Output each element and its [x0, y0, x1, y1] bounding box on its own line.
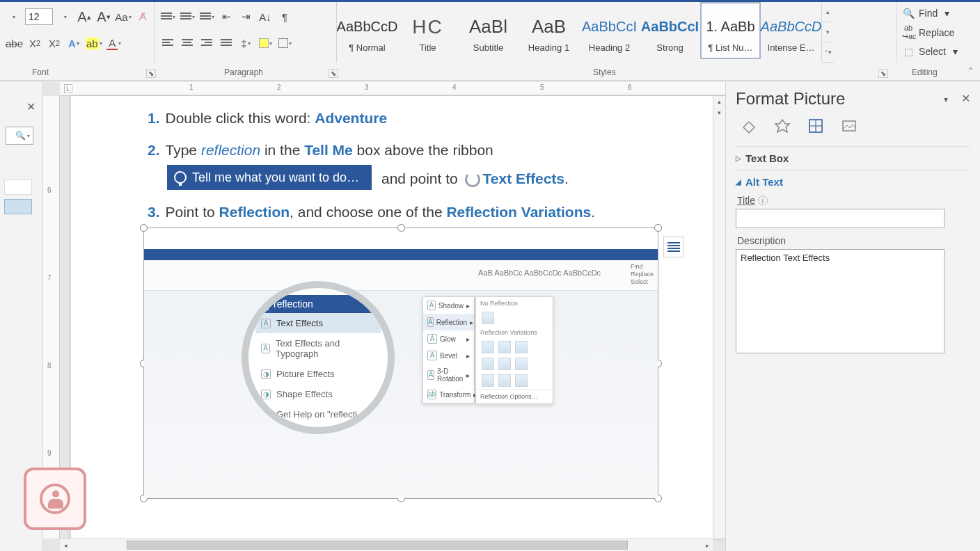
info-icon[interactable]: i	[758, 195, 768, 205]
style-item-2[interactable]: AaBlSubtitle	[458, 2, 519, 59]
find-button[interactable]: 🔍Find▾	[902, 5, 974, 22]
doc-line-1: 1.Double click this word: Adventure	[148, 109, 704, 128]
font-size-dropdown[interactable]: ▾	[57, 9, 72, 24]
effects-tab[interactable]	[772, 115, 793, 136]
clear-formatting-button[interactable]: A̸	[135, 9, 150, 24]
style-item-6[interactable]: 1. AaBb¶ List Nu…	[700, 2, 761, 59]
scroll-down[interactable]: ▾	[713, 107, 725, 118]
alt-desc-textarea[interactable]: Reflection Text Effects	[736, 249, 945, 353]
pic-styles-preview: AaB AaBbCc AaBbCcDc AaBbCcDc	[478, 269, 601, 277]
replace-button[interactable]: ab↪acReplace	[902, 24, 974, 41]
bullets-button[interactable]: ▾	[160, 9, 175, 24]
tab-selector[interactable]: L	[64, 84, 72, 93]
strikethrough-button[interactable]: abe	[6, 35, 23, 51]
sort-button[interactable]: A↓	[258, 9, 273, 24]
highlight-button[interactable]: ab▾	[86, 35, 102, 51]
resize-handle[interactable]	[140, 224, 148, 232]
textbox-section: ▷Text Box	[736, 146, 970, 170]
font-color-button[interactable]: A▾	[106, 35, 122, 51]
fly2-opt: Reflection Options…	[476, 389, 553, 404]
styles-group: AaBbCcD¶ NormalHCTitleAaBlSubtitleAaBHea…	[337, 2, 896, 63]
style-item-7[interactable]: AaBbCcDIntense E…	[761, 2, 821, 59]
layout-options-button[interactable]	[663, 237, 684, 257]
l2b-kw: Text Effects	[483, 170, 564, 186]
hscroll-thumb[interactable]	[127, 541, 628, 550]
textbox-section-header[interactable]: ▷Text Box	[736, 152, 970, 164]
style-item-0[interactable]: AaBbCcD¶ Normal	[337, 2, 397, 59]
shrink-font-button[interactable]: A▾	[96, 9, 111, 24]
pane-close-button[interactable]: ✕	[961, 92, 970, 105]
mag-search-text: reflection	[274, 298, 313, 310]
line-spacing-button[interactable]: ‡▾	[238, 35, 253, 51]
refresh-icon	[465, 172, 480, 187]
nav-thumb-1[interactable]	[4, 179, 32, 195]
font-name-edge[interactable]: ▾	[6, 9, 21, 24]
style-preview: AaBl	[469, 13, 507, 41]
decrease-indent-button[interactable]: ⇤	[219, 9, 234, 24]
style-item-5[interactable]: AaBbCcIStrong	[640, 2, 700, 59]
pane-menu-button[interactable]: ▾	[944, 95, 948, 104]
select-label: Select	[919, 46, 946, 57]
justify-button[interactable]	[219, 35, 234, 51]
style-item-1[interactable]: HCTitle	[397, 2, 458, 59]
style-preview: AaBbCcD	[337, 13, 397, 41]
layout-tab[interactable]	[805, 115, 826, 136]
pic-replace: Replace	[631, 271, 654, 278]
picture-tab[interactable]	[839, 115, 860, 136]
styles-group-label: Styles	[593, 67, 616, 77]
l3-post: .	[591, 204, 595, 220]
font-size-input[interactable]	[25, 8, 53, 25]
resize-handle[interactable]	[654, 224, 662, 232]
nav-close-button[interactable]: ✕	[26, 100, 35, 113]
style-item-3[interactable]: AaBHeading 1	[519, 2, 579, 59]
numbering-button[interactable]: ▾	[180, 9, 195, 24]
change-case-button[interactable]: Aa▾	[116, 9, 131, 24]
increase-indent-button[interactable]: ⇥	[238, 9, 253, 24]
alttext-section-header[interactable]: ◢Alt Text	[736, 176, 970, 188]
style-item-4[interactable]: AaBbCcIHeading 2	[579, 2, 640, 59]
align-center-button[interactable]	[180, 35, 195, 51]
nav-thumb-2[interactable]	[4, 199, 32, 214]
horizontal-scrollbar[interactable]: ◂ ▸	[60, 538, 713, 551]
style-name: ¶ Normal	[349, 42, 386, 53]
borders-button[interactable]: ▾	[277, 35, 292, 51]
vertical-scrollbar[interactable]: ▴ ▾	[713, 96, 725, 538]
pic-select: Select	[631, 278, 654, 286]
shading-button[interactable]: ▾	[258, 35, 273, 51]
alt-title-input[interactable]	[736, 209, 945, 228]
paragraph-dialog-launcher[interactable]: ⬊	[329, 69, 338, 78]
horizontal-ruler[interactable]: L 123 456	[60, 82, 725, 96]
fill-tab[interactable]	[738, 115, 759, 136]
l2-ital: reflection	[201, 142, 260, 158]
superscript-button[interactable]: X2	[47, 35, 62, 51]
nav-search-box[interactable]: 🔍	[6, 127, 33, 145]
select-button[interactable]: ⬚Select▾	[902, 44, 974, 61]
gallery-more[interactable]: ⁼▾	[822, 42, 834, 63]
collapse-ribbon-button[interactable]: ˄	[968, 66, 973, 77]
grow-font-button[interactable]: A▴	[77, 9, 92, 24]
align-left-button[interactable]	[160, 35, 175, 51]
font-dialog-launcher[interactable]: ⬊	[146, 69, 156, 78]
fly1-5: Transform	[439, 391, 471, 399]
scroll-up[interactable]: ▴	[713, 96, 725, 107]
scroll-left[interactable]: ◂	[60, 539, 71, 551]
resize-handle[interactable]	[397, 224, 405, 232]
gallery-down[interactable]: ▾	[822, 22, 834, 42]
style-name: Subtitle	[473, 42, 503, 53]
styles-dialog-launcher[interactable]: ⬊	[878, 69, 888, 78]
document-page[interactable]: 1.Double click this word: Adventure 2.Ty…	[71, 96, 725, 538]
styles-gallery-scroll[interactable]: ▴ ▾ ⁼▾	[821, 2, 834, 63]
text-effects-button[interactable]: A▾	[66, 35, 81, 51]
selected-picture[interactable]: AaB AaBbCc AaBbCcDc AaBbCcDc Find Replac…	[143, 227, 658, 499]
subscript-button[interactable]: X2	[27, 35, 42, 51]
scroll-right[interactable]: ▸	[702, 539, 713, 551]
magnifier-graphic: reflection AText Effects AText Effects a…	[242, 281, 395, 434]
gallery-up[interactable]: ▴	[822, 2, 834, 22]
styles-gallery[interactable]: AaBbCcD¶ NormalHCTitleAaBlSubtitleAaBHea…	[337, 2, 821, 59]
show-marks-button[interactable]: ¶	[277, 9, 292, 24]
align-right-button[interactable]	[199, 35, 214, 51]
doc-line-3: 3.Point to Reflection, and choose one of…	[148, 202, 704, 222]
l2b-pre: and point to	[381, 170, 462, 186]
accessibility-badge[interactable]	[24, 468, 86, 530]
multilevel-list-button[interactable]: ▾	[199, 9, 214, 24]
